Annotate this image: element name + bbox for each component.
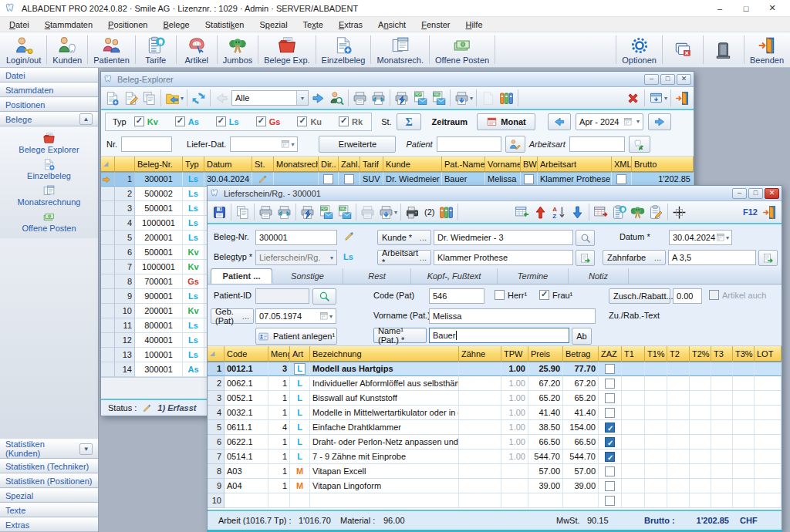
sidebar-section-stammdaten[interactable]: Stammdaten xyxy=(0,82,98,97)
menu-belege[interactable]: Belege xyxy=(155,19,197,31)
print-button[interactable] xyxy=(351,89,369,107)
column-header-code[interactable]: Code xyxy=(225,346,268,362)
artikel-auch-checkbox[interactable]: Artikel auch xyxy=(709,290,766,300)
column-header-arb[interactable]: Arbeitsart xyxy=(538,157,612,172)
toolbar-tarife-button[interactable]: Tarife xyxy=(137,33,175,66)
toolbar-artikel-button[interactable]: Artikel xyxy=(177,33,216,66)
print-preview-button[interactable] xyxy=(370,89,387,107)
sidebar-section-positionen[interactable]: Positionen xyxy=(0,97,98,112)
print-preview-button[interactable] xyxy=(275,204,293,221)
vorname-pat-field[interactable] xyxy=(429,308,596,324)
beleg-nr-search-input[interactable] xyxy=(121,136,172,152)
menu-extras[interactable]: Extras xyxy=(331,19,370,31)
toolbar-offene-posten-button[interactable]: Offene Posten xyxy=(430,33,494,66)
move-up-button[interactable] xyxy=(532,204,549,221)
column-header-st[interactable]: St. xyxy=(252,157,274,172)
toolbar-logoff-button[interactable] xyxy=(704,33,743,66)
zaz-checkbox[interactable] xyxy=(605,423,615,433)
column-header-lot[interactable]: LOT xyxy=(755,346,782,362)
zaz-checkbox[interactable] xyxy=(605,379,615,389)
window-options-button[interactable]: ▾ xyxy=(647,89,668,107)
archive-button[interactable] xyxy=(498,89,515,107)
toolbar-beenden-button[interactable]: Beenden xyxy=(745,33,788,66)
print-direct-button[interactable] xyxy=(299,204,316,221)
item-row[interactable]: 30052.11LBisswall auf Kunststoff1.0065.2… xyxy=(208,391,782,406)
frau-checkbox[interactable]: Frau¹ xyxy=(539,290,572,300)
item-row[interactable]: 9A041MVitapan Lingoform39.0039.00 xyxy=(208,479,782,493)
column-header-tarif[interactable]: Tarif xyxy=(360,157,383,172)
toolbar-patienten-button[interactable]: Patienten xyxy=(89,33,133,66)
sidebar-section-extras[interactable]: Extras xyxy=(0,517,98,532)
zaz-checkbox[interactable] xyxy=(605,452,615,462)
name-pat-field[interactable]: Bauer xyxy=(429,328,569,343)
arbeitsart-color-button[interactable] xyxy=(629,136,650,153)
menu-ansicht[interactable]: Ansicht xyxy=(370,19,414,31)
checkbox-icon[interactable] xyxy=(524,174,534,184)
item-row[interactable]: 20062.11LIndividueller Abformlöffel aus … xyxy=(208,376,782,391)
item-row[interactable]: 10 xyxy=(208,493,782,508)
delete-button[interactable] xyxy=(624,89,642,107)
save-button[interactable] xyxy=(211,204,228,221)
toolbar-close-windows-button[interactable] xyxy=(663,33,702,66)
item-row[interactable]: 8A031MVitapan Excell57.0057.00 xyxy=(208,464,782,479)
pdf-mail-button[interactable]: PDF xyxy=(411,89,429,107)
column-header-mk[interactable]: ◢ xyxy=(101,157,115,172)
move-down-button[interactable] xyxy=(569,204,586,221)
print-options-button[interactable]: ▾ xyxy=(377,204,398,221)
erweiterte-button[interactable]: Erweiterte xyxy=(319,136,396,153)
month-filter-button[interactable]: Monat xyxy=(477,113,535,130)
zuschlag-rabatt-button[interactable]: Zusch./Rabatt... xyxy=(609,288,670,304)
maximize-button[interactable]: □ xyxy=(733,1,759,16)
filter-combobox[interactable]: Alle▾ xyxy=(231,90,309,106)
beleg-explorer-titlebar[interactable]: Beleg-Explorer – □ ✕ xyxy=(101,72,694,87)
geb-date-picker[interactable]: 07.05.1974▾ xyxy=(255,308,336,324)
menu-hilfe[interactable]: Hilfe xyxy=(458,19,491,31)
close-button[interactable]: ✕ xyxy=(759,1,785,16)
print-direct-button[interactable] xyxy=(393,89,410,107)
column-header-zahl[interactable]: Zahl.. xyxy=(339,157,360,172)
sidebar-item-belege-explorer[interactable]: Belege Explorer xyxy=(0,130,98,157)
column-header-nr[interactable]: Beleg-Nr. xyxy=(135,157,183,172)
checkbox-icon[interactable] xyxy=(344,174,354,184)
tab-termine[interactable]: Termine xyxy=(498,268,569,284)
column-header-mon[interactable]: Monatsrech. xyxy=(274,157,319,172)
name-pat-label-button[interactable]: Name¹ (Pat.) * xyxy=(373,328,427,343)
refresh-button[interactable] xyxy=(190,89,208,107)
type-filter-as[interactable]: As xyxy=(175,116,199,126)
menu-datei[interactable]: Datei xyxy=(2,19,37,31)
transfer-button[interactable]: ▾ xyxy=(164,89,184,107)
grid-button[interactable] xyxy=(670,204,688,221)
datum-picker[interactable]: 30.04.2024▾ xyxy=(669,230,732,245)
explorer-close-button[interactable]: ✕ xyxy=(677,74,691,85)
type-filter-ku[interactable]: Ku xyxy=(297,116,322,126)
sidebar-section-statistiken-kunden[interactable]: Statistiken (Kunden)▼ xyxy=(0,439,98,459)
column-header-preis[interactable]: Preis xyxy=(528,346,563,362)
toolbar-jumbos-button[interactable]: Jumbos xyxy=(218,33,258,66)
patient-id-field[interactable] xyxy=(255,288,309,304)
type-filter-kv[interactable]: Kv xyxy=(134,116,158,126)
tab-sonstige[interactable]: Sonstige xyxy=(272,268,343,284)
sidebar-item-monatsrechnung[interactable]: Monatsrechnung xyxy=(0,183,98,209)
liefer-date-picker[interactable]: ▾ xyxy=(230,136,298,152)
menu-spezial[interactable]: Spezial xyxy=(252,19,295,31)
patient-search-input[interactable] xyxy=(437,136,501,152)
item-row[interactable]: 40032.11LModelle in Mittelwertartikulato… xyxy=(208,406,782,420)
kunde-field[interactable] xyxy=(434,230,573,245)
column-header-bez[interactable]: Bezeichnung xyxy=(310,346,459,362)
tab-rest[interactable]: Rest xyxy=(343,268,411,284)
tarife-button[interactable] xyxy=(610,204,628,221)
zahnfarbe-export-button[interactable] xyxy=(758,250,778,266)
close-explorer-button[interactable] xyxy=(674,89,691,107)
column-header-zaehne[interactable]: Zähne xyxy=(459,346,501,362)
column-header-kunde[interactable]: Kunde xyxy=(383,157,442,172)
status-filter-button[interactable]: Σ xyxy=(397,113,421,130)
editor-minimize-button[interactable]: – xyxy=(732,188,747,199)
toolbar-login-button[interactable]: Login/out xyxy=(2,33,46,66)
zaz-checkbox[interactable] xyxy=(605,437,615,447)
item-row[interactable]: 50611.14LEinfache Drahtklammer1.0038.501… xyxy=(208,420,782,435)
item-row[interactable]: 10012.13LModell aus Hartgips1.0025.9077.… xyxy=(208,362,782,376)
print-button[interactable] xyxy=(257,204,275,221)
zahnfarbe-button[interactable]: Zahnfarbe... xyxy=(603,250,666,265)
beleg-nr-field[interactable] xyxy=(255,230,337,245)
toolbar-einzelbeleg-button[interactable]: Einzelbeleg xyxy=(317,33,370,66)
